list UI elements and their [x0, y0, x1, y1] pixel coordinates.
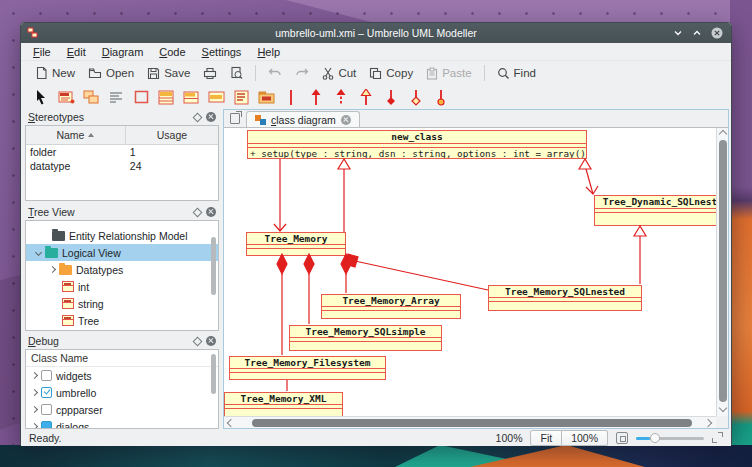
debug-item-dialogs[interactable]: dialogs [26, 418, 218, 429]
float-panel-icon[interactable] [193, 336, 203, 346]
interface-tool[interactable] [181, 87, 201, 107]
tree-view-panel-header[interactable]: Tree View [25, 204, 219, 220]
print-preview-button[interactable] [224, 64, 249, 82]
checkbox-partial[interactable] [41, 421, 52, 429]
uml-class-tree-memory-filesystem[interactable]: Tree_Memory_Filesystem [229, 356, 386, 380]
menubar: File Edit Diagram Code Settings Help [21, 43, 731, 61]
association-tool[interactable] [281, 87, 301, 107]
redo-button[interactable] [289, 65, 315, 81]
chevron-right-icon[interactable] [49, 266, 56, 273]
uml-class-tree-memory[interactable]: Tree_Memory [246, 232, 346, 256]
scroll-up-icon[interactable] [719, 130, 727, 138]
tree-item-datatypes[interactable]: Datatypes [26, 261, 218, 278]
dependency-tool[interactable] [331, 87, 351, 107]
debug-panel-header[interactable]: Debug [25, 333, 219, 349]
tree-item-entity-relationship-model[interactable]: Entity Relationship Model [26, 227, 218, 244]
open-button[interactable]: Open [82, 65, 140, 82]
uml-class-new-class[interactable]: new_class + setup(type : string, dsn : s… [247, 130, 587, 159]
uml-class-tree-memory-xml[interactable]: Tree_Memory_XML [224, 392, 343, 416]
chevron-right-icon[interactable] [31, 389, 38, 396]
text-tool[interactable] [106, 87, 126, 107]
print-button[interactable] [197, 65, 223, 82]
horizontal-scrollbar[interactable] [224, 416, 716, 428]
package-tool[interactable] [256, 87, 276, 107]
object-tool[interactable] [81, 87, 101, 107]
fit-button[interactable]: Fit [530, 430, 562, 446]
close-panel-icon[interactable] [206, 336, 216, 346]
close-panel-icon[interactable] [206, 112, 216, 122]
float-panel-icon[interactable] [193, 207, 203, 217]
new-tab-button[interactable] [224, 110, 246, 127]
undo-button[interactable] [262, 65, 288, 81]
cut-button[interactable]: Cut [316, 65, 362, 82]
debug-item-widgets[interactable]: widgets [26, 367, 218, 384]
uml-class-tree-dynamic-sqlnest[interactable]: Tree_Dynamic_SQLnest [594, 195, 716, 226]
menu-file[interactable]: File [27, 44, 57, 60]
select-tool[interactable] [31, 87, 51, 107]
minimize-button[interactable] [673, 29, 683, 37]
checkbox-checked[interactable] [41, 387, 52, 398]
tree-view-scrollbar[interactable] [210, 223, 217, 328]
copy-button[interactable]: Copy [363, 65, 419, 82]
uml-class-tree-memory-sqlnested[interactable]: Tree_Memory_SQLnested [488, 285, 642, 311]
diagram-canvas[interactable]: new_class + setup(type : string, dsn : s… [224, 128, 716, 416]
uml-class-tree-memory-sqlsimple[interactable]: Tree_Memory_SQLsimple [289, 325, 442, 351]
tree-item-logical-view[interactable]: Logical View [26, 244, 218, 261]
checkbox-unchecked[interactable] [41, 404, 52, 415]
horizontal-scrollbar-thumb[interactable] [252, 419, 692, 427]
tree-item-string[interactable]: string [26, 295, 218, 312]
slider-handle[interactable] [650, 433, 660, 443]
tab-class-diagram[interactable]: class diagram [246, 111, 360, 127]
tree-item-tree[interactable]: Tree [26, 312, 218, 329]
aggregation-tool[interactable] [406, 87, 426, 107]
float-panel-icon[interactable] [193, 112, 203, 122]
column-header-usage[interactable]: Usage [126, 126, 218, 144]
generalization-tool[interactable] [356, 87, 376, 107]
paste-button[interactable]: Paste [420, 65, 477, 82]
directed-association-tool[interactable] [306, 87, 326, 107]
zoom-100-button[interactable]: 100% [562, 430, 608, 446]
uml-class-tree-memory-array[interactable]: Tree_Memory_Array [321, 294, 461, 319]
menu-edit[interactable]: Edit [61, 44, 92, 60]
vertical-scrollbar-thumb[interactable] [719, 140, 727, 402]
class-tool[interactable] [156, 87, 176, 107]
scroll-right-icon[interactable] [704, 419, 712, 427]
checkbox-unchecked[interactable] [41, 370, 52, 381]
containment-tool[interactable] [431, 87, 451, 107]
find-button[interactable]: Find [491, 65, 542, 82]
new-button[interactable]: New [29, 64, 81, 82]
debug-item-umbrello[interactable]: umbrello [26, 384, 218, 401]
vertical-scrollbar[interactable] [716, 128, 728, 416]
titlebar[interactable]: umbrello-uml.xmi – Umbrello UML Modeller [21, 23, 731, 43]
scroll-down-icon[interactable] [719, 404, 727, 412]
debug-scrollbar[interactable] [210, 352, 217, 426]
page-fit-icon[interactable] [616, 432, 628, 444]
fullscreen-icon[interactable] [712, 432, 723, 443]
chevron-down-icon[interactable] [35, 249, 42, 256]
zoom-slider[interactable] [636, 432, 704, 444]
maximize-button[interactable] [692, 29, 702, 37]
close-button[interactable] [711, 27, 723, 39]
scroll-left-icon[interactable] [227, 419, 235, 427]
chevron-right-icon[interactable] [31, 372, 38, 379]
tab-close-icon[interactable] [341, 115, 351, 125]
table-row[interactable]: datatype 24 [26, 159, 218, 173]
composition-tool[interactable] [381, 87, 401, 107]
enum-tool[interactable] [206, 87, 226, 107]
menu-diagram[interactable]: Diagram [96, 44, 150, 60]
table-row[interactable]: folder 1 [26, 145, 218, 159]
save-button[interactable]: Save [141, 65, 196, 82]
menu-settings[interactable]: Settings [196, 44, 248, 60]
datatype-tool[interactable] [231, 87, 251, 107]
menu-code[interactable]: Code [153, 44, 191, 60]
close-panel-icon[interactable] [206, 207, 216, 217]
debug-item-cppparser[interactable]: cppparser [26, 401, 218, 418]
tree-item-int[interactable]: int [26, 278, 218, 295]
stereotypes-panel-header[interactable]: Stereotypes [25, 109, 219, 125]
box-tool[interactable] [131, 87, 151, 107]
menu-help[interactable]: Help [251, 44, 286, 60]
debug-column-header[interactable]: Class Name [26, 350, 218, 367]
column-header-name[interactable]: Name [26, 126, 126, 144]
class-wizard-tool[interactable] [56, 87, 76, 107]
chevron-right-icon[interactable] [31, 406, 38, 413]
